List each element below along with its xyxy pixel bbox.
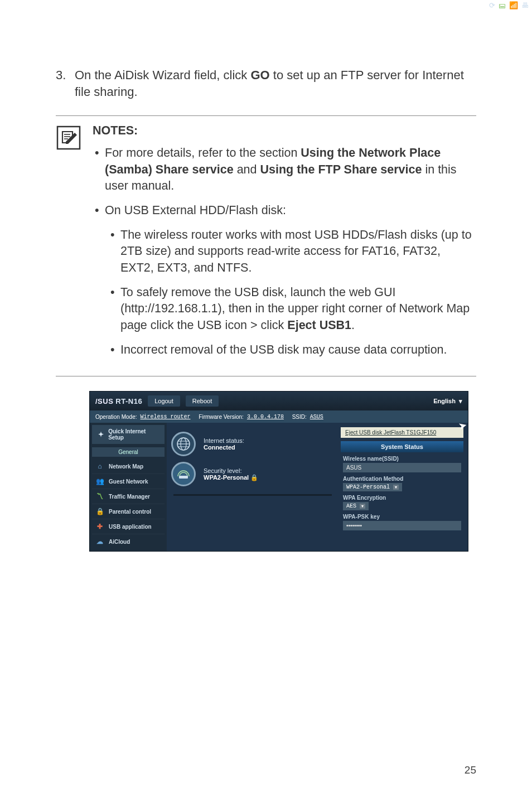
sidebar-item-parental[interactable]: 🔒 Parental control <box>92 504 165 519</box>
topbar-status-icons: ⟳ 🖴 📶 🖶 <box>488 0 530 11</box>
logout-button[interactable]: Logout <box>148 395 180 407</box>
sidebar-item-traffic[interactable]: 〽 Traffic Manager <box>92 489 165 504</box>
sidebar-item-usb[interactable]: ✚ USB application <box>92 519 165 534</box>
security-level-row[interactable]: Security level: WPA2-Personal 🔒 <box>171 462 334 486</box>
printer-icon[interactable]: 🖶 <box>521 1 529 9</box>
sidebar-section-general: General <box>92 447 165 457</box>
wireless-name-label: Wireless name(SSID) <box>343 456 463 462</box>
chevron-down-icon: ▾ <box>393 485 399 490</box>
notes-bullet-2b: To safely remove the USB disk, launch th… <box>105 284 476 334</box>
usb-icon: ✚ <box>95 522 104 531</box>
ssid-label: SSID: <box>292 414 307 420</box>
wifi-icon[interactable]: 📶 <box>509 1 518 9</box>
notes-bullet-2: On USB External HDD/Flash disk: The wire… <box>93 202 476 358</box>
notes-icon <box>56 123 84 366</box>
notes-bullet-1: For more details, refer to the section U… <box>93 145 476 195</box>
reboot-button[interactable]: Reboot <box>186 395 219 407</box>
notes-title: NOTES: <box>93 123 476 139</box>
router-infobar: Operation Mode: Wireless router Firmware… <box>90 410 468 423</box>
sidebar-item-aicloud[interactable]: ☁ AiCloud <box>92 534 165 549</box>
eject-usb-tooltip[interactable]: Eject USB disk JetFlash TS1GJF150 ➤ <box>341 427 463 438</box>
internet-status-row[interactable]: Internet status: Connected <box>171 432 334 456</box>
internet-status-label: Internet status: <box>204 437 244 444</box>
router-sidebar: ✦ Quick Internet Setup General ⌂ Network… <box>90 423 167 551</box>
router-model: RT-N16 <box>115 397 142 405</box>
router-device-icon <box>171 462 196 486</box>
wireless-name-input[interactable]: ASUS <box>343 463 461 472</box>
ssid-value: ASUS <box>310 414 323 420</box>
step-text: On the AiDisk Wizard field, click GO to … <box>75 67 476 100</box>
router-screenshot: /SUS RT-N16 Logout Reboot English ▾ Oper… <box>89 391 468 552</box>
notes-bullet-2c: Incorrect removal of the USB disk may ca… <box>105 342 476 359</box>
network-icon: ⌂ <box>95 462 104 471</box>
notes-block: NOTES: For more details, refer to the se… <box>56 115 476 376</box>
refresh-icon[interactable]: ⟳ <box>489 1 495 9</box>
security-level-label: Security level: <box>204 467 258 474</box>
sidebar-item-qis[interactable]: ✦ Quick Internet Setup <box>92 425 165 444</box>
notes-content: NOTES: For more details, refer to the se… <box>93 123 476 366</box>
traffic-icon: 〽 <box>95 492 104 501</box>
security-level-value: WPA2-Personal 🔒 <box>204 474 258 481</box>
wpa-psk-label: WPA-PSK key <box>343 514 463 520</box>
globe-icon <box>171 432 196 456</box>
step-number: 3. <box>56 67 75 100</box>
wpa-encryption-label: WPA Encryption <box>343 495 463 501</box>
sidebar-item-guest[interactable]: 👥 Guest Network <box>92 474 165 489</box>
asus-logo: /SUS RT-N16 <box>95 397 142 405</box>
auth-method-select[interactable]: WPA2-Personal ▾ <box>343 483 402 491</box>
router-main: Internet status: Connected Security leve… <box>167 423 468 551</box>
wand-icon: ✦ <box>96 430 105 439</box>
internet-status-value: Connected <box>204 444 244 451</box>
step-pre: On the AiDisk Wizard field, click <box>75 68 250 82</box>
opmode-label: Operation Mode: <box>95 414 137 420</box>
language-selector[interactable]: English ▾ <box>433 398 462 405</box>
cloud-icon: ☁ <box>95 537 104 546</box>
wpa-encryption-select[interactable]: AES ▾ <box>343 502 369 510</box>
step-3: 3. On the AiDisk Wizard field, click GO … <box>56 67 476 100</box>
padlock-icon: 🔒 <box>250 474 258 481</box>
svg-rect-9 <box>179 476 188 479</box>
auth-method-label: Authentication Method <box>343 476 463 482</box>
wpa-psk-input[interactable]: •••••••• <box>343 521 461 530</box>
chevron-down-icon: ▾ <box>360 504 365 509</box>
lock-icon: 🔒 <box>95 507 104 516</box>
system-status-header: System Status <box>341 441 463 452</box>
guest-icon: 👥 <box>95 477 104 486</box>
step-bold: GO <box>250 68 269 82</box>
usb-disk-icon[interactable]: 🖴 <box>499 1 506 9</box>
notes-bullet-2a: The wireless router works with most USB … <box>105 227 476 277</box>
svg-rect-0 <box>57 127 80 149</box>
page-number: 25 <box>465 764 476 776</box>
fw-label: Firmware Version: <box>199 414 244 420</box>
opmode-value[interactable]: Wireless router <box>141 414 191 420</box>
sidebar-item-networkmap[interactable]: ⌂ Network Map <box>92 459 165 474</box>
router-topbar: /SUS RT-N16 Logout Reboot English ▾ <box>90 392 468 410</box>
fw-value[interactable]: 3.0.0.4.178 <box>247 414 284 420</box>
